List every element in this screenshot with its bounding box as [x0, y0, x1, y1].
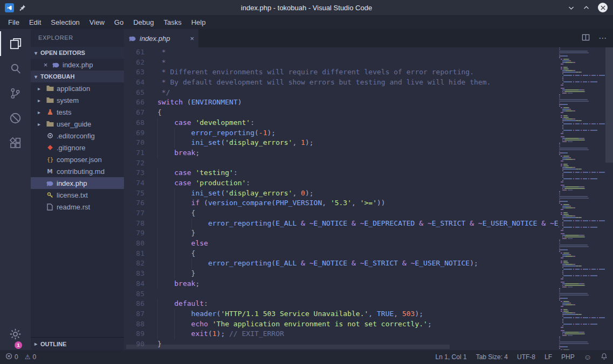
- code-line-63[interactable]: 63 * Different environments will require…: [124, 67, 559, 78]
- close-button[interactable]: [598, 3, 608, 12]
- code-line-66[interactable]: 66switch (ENVIRONMENT): [124, 97, 559, 108]
- json-icon: {}: [46, 156, 54, 163]
- status-eol[interactable]: LF: [545, 353, 552, 361]
- tab-index-php[interactable]: index.php ×: [124, 29, 198, 47]
- open-editor-item-index.php[interactable]: ×index.php: [31, 59, 124, 71]
- code-line-70[interactable]: 70 ini_set('display_errors', 1);: [124, 138, 559, 148]
- minimap-line: [559, 282, 605, 283]
- code-line-68[interactable]: 68 case 'development':: [124, 118, 559, 128]
- line-number: 78: [124, 219, 157, 229]
- settings-gear-icon[interactable]: [0, 323, 31, 345]
- code-line-81[interactable]: 81 {: [124, 249, 559, 259]
- code-line-87[interactable]: 87 header('HTTP/1.1 503 Service Unavaila…: [124, 309, 559, 319]
- code-line-76[interactable]: 76 if (version_compare(PHP_VERSION, '5.3…: [124, 198, 559, 208]
- chevron-right-icon: ▸: [35, 109, 43, 115]
- split-editor-icon[interactable]: [582, 33, 590, 43]
- code-line-75[interactable]: 75 ini_set('display_errors', 0);: [124, 188, 559, 199]
- folder-item-system[interactable]: ▸system: [31, 94, 124, 106]
- code-line-80[interactable]: 80 else: [124, 239, 559, 249]
- code-line-71[interactable]: 71 break;: [124, 148, 559, 158]
- close-icon[interactable]: ×: [42, 61, 49, 69]
- code-line-64[interactable]: 64 * By default development will show er…: [124, 78, 559, 88]
- code-line-73[interactable]: 73 case 'testing':: [124, 168, 559, 178]
- code-line-84[interactable]: 84 break;: [124, 279, 559, 289]
- minimize-button[interactable]: [568, 4, 575, 11]
- code-editor[interactable]: 61 *62 *63 * Different environments will…: [124, 47, 559, 350]
- activity-explorer-icon[interactable]: [0, 31, 31, 56]
- minimap-line: [559, 135, 605, 136]
- indent-guide: [174, 208, 191, 219]
- code-line-86[interactable]: 86 default:: [124, 299, 559, 309]
- minimap-line: [559, 212, 605, 213]
- file-item-contributing.md[interactable]: Mcontributing.md: [31, 165, 124, 177]
- code-line-65[interactable]: 65 */: [124, 88, 559, 98]
- code-line-69[interactable]: 69 error_reporting(-1);: [124, 128, 559, 138]
- problems-warnings[interactable]: ⚠ 0: [25, 353, 36, 361]
- vertical-scrollbar[interactable]: [605, 47, 613, 163]
- menu-tasks[interactable]: Tasks: [159, 17, 186, 28]
- minimap-line: [559, 83, 605, 84]
- menu-debug[interactable]: Debug: [128, 17, 159, 28]
- code-line-89[interactable]: 89 exit(1); // EXIT_ERROR: [124, 329, 559, 339]
- minimap-line: [559, 223, 605, 225]
- file-item-composer.json[interactable]: {}composer.json: [31, 153, 124, 165]
- notifications-bell-icon[interactable]: [601, 353, 608, 361]
- file-item-.gitignore[interactable]: .gitignore: [31, 142, 124, 153]
- menu-edit[interactable]: Edit: [24, 17, 46, 28]
- open-editors-header[interactable]: ▾ OPEN EDITORS: [31, 47, 124, 59]
- workspace-header[interactable]: ▾ TOKOBUAH: [31, 71, 124, 82]
- menu-file[interactable]: File: [3, 17, 24, 28]
- minimap-line: [559, 186, 605, 187]
- file-item-index.php[interactable]: index.php: [31, 177, 124, 189]
- minimap[interactable]: [559, 47, 605, 350]
- folder-item-user_guide[interactable]: ▸user_guide: [31, 118, 124, 130]
- menu-selection[interactable]: Selection: [46, 17, 84, 28]
- minimap-line: [559, 57, 605, 58]
- code-line-82[interactable]: 82 error_reporting(E_ALL & ~E_NOTICE & ~…: [124, 258, 559, 269]
- file-item-license.txt[interactable]: license.txt: [31, 189, 124, 201]
- code-line-85[interactable]: 85: [124, 289, 559, 299]
- activity-search-icon[interactable]: [0, 56, 31, 81]
- code-line-72[interactable]: 72: [124, 158, 559, 169]
- menu-go[interactable]: Go: [109, 17, 128, 28]
- file-item-.editorconfig[interactable]: .editorconfig: [31, 130, 124, 142]
- indent-guide: [174, 258, 191, 269]
- file-item-readme.rst[interactable]: readme.rst: [31, 201, 124, 213]
- code-line-79[interactable]: 79 }: [124, 228, 559, 239]
- minimap-line: [559, 254, 605, 255]
- problems-errors[interactable]: 0: [5, 353, 18, 361]
- code-line-78[interactable]: 78 error_reporting(E_ALL & ~E_NOTICE & ~…: [124, 219, 559, 229]
- menu-view[interactable]: View: [85, 17, 109, 28]
- more-actions-icon[interactable]: ⋯: [598, 33, 607, 43]
- code-line-74[interactable]: 74 case 'production':: [124, 178, 559, 188]
- status-cursor-position[interactable]: Ln 1, Col 1: [436, 353, 467, 361]
- folder-item-application[interactable]: ▸application: [31, 82, 124, 94]
- indent-guide: [157, 258, 174, 269]
- activity-extensions-icon[interactable]: [0, 130, 31, 155]
- menu-help[interactable]: Help: [187, 17, 211, 28]
- status-language[interactable]: PHP: [561, 353, 575, 361]
- code-line-62[interactable]: 62 *: [124, 58, 559, 68]
- activity-source-control-icon[interactable]: [0, 81, 31, 106]
- horizontal-scrollbar[interactable]: [126, 345, 450, 349]
- activity-debug-icon[interactable]: [0, 106, 31, 130]
- pin-icon[interactable]: [19, 4, 26, 11]
- code-line-83[interactable]: 83 }: [124, 269, 559, 279]
- file-name: composer.json: [57, 156, 102, 164]
- code-line-67[interactable]: 67{: [124, 108, 559, 118]
- minimap-line: [559, 309, 605, 310]
- status-tab-size[interactable]: Tab Size: 4: [476, 353, 508, 361]
- minimap-line: [559, 349, 605, 350]
- code-line-88[interactable]: 88 echo 'The application environment is …: [124, 319, 559, 330]
- outline-header[interactable]: ▸ OUTLINE: [31, 337, 124, 350]
- indent-guide: [157, 239, 174, 249]
- minimap-line: [559, 244, 605, 246]
- status-encoding[interactable]: UTF-8: [517, 353, 535, 361]
- folder-item-tests[interactable]: ▸tests: [31, 106, 124, 118]
- code-line-77[interactable]: 77 {: [124, 208, 559, 219]
- code-line-61[interactable]: 61 *: [124, 47, 559, 58]
- feedback-smiley-icon[interactable]: ☺: [584, 353, 591, 361]
- minimap-line: [559, 157, 605, 158]
- tab-close-icon[interactable]: ×: [190, 34, 194, 43]
- maximize-button[interactable]: [583, 4, 590, 11]
